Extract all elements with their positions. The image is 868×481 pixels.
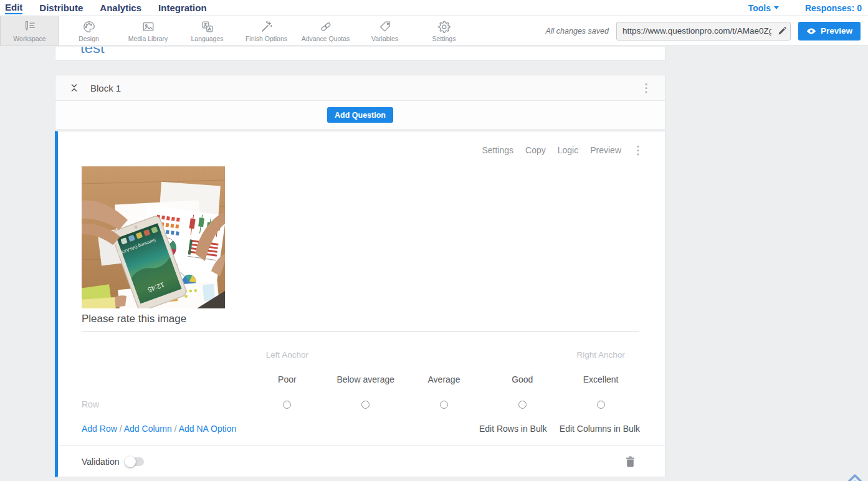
kebab-menu-icon[interactable] [637,145,639,156]
workspace-icon [23,20,37,34]
toolbar-tab-label: Design [79,35,99,42]
toolbar-tab-label: Settings [432,35,456,42]
collapse-icon[interactable] [69,83,79,93]
question-settings-link[interactable]: Settings [482,145,513,155]
rating-matrix: Poor Below average Average Good Excellen… [82,350,640,434]
toolbar-tab-languages[interactable]: Languages [178,16,237,45]
matrix-links-row: Add Row / Add Column / Add NA Option Edi… [82,424,640,434]
toolbar-tab-design[interactable]: Design [59,16,118,45]
nav-item-distribute[interactable]: Distribute [39,2,83,14]
rating-radio-below-average[interactable] [361,401,370,409]
row-label-input[interactable] [82,399,240,409]
right-anchor-input[interactable] [561,350,640,360]
media-library-icon [141,20,155,34]
top-nav: Edit Distribute Analytics Integration To… [0,0,868,16]
scroll-to-top-icon[interactable] [845,472,865,481]
finish-options-icon [260,20,274,34]
question-image[interactable]: 55% 50% [82,166,225,308]
question-copy-link[interactable]: Copy [525,145,546,155]
validation-label: Validation [82,457,119,467]
add-question-button[interactable]: Add Question [327,107,393,123]
kebab-menu-icon[interactable] [645,83,647,93]
toolbar-tab-label: Finish Options [246,35,287,42]
survey-editor-canvas: test Block 1 Add Question Settings Copy … [0,47,868,481]
survey-url-field [616,22,791,40]
toolbar-tab-workspace[interactable]: Workspace [0,16,59,45]
responses-count[interactable]: Responses: 0 [805,3,862,13]
column-header-excellent[interactable]: Excellent [561,374,640,384]
add-column-link[interactable]: Add Column [124,424,172,434]
advance-quotas-icon [319,20,333,34]
question-card: Settings Copy Logic Preview [55,131,665,477]
preview-button[interactable]: Preview [798,22,861,40]
left-anchor-input[interactable] [248,350,327,360]
question-text-input[interactable] [82,309,639,331]
add-na-option-link[interactable]: Add NA Option [179,424,237,434]
toolbar-tab-finish-options[interactable]: Finish Options [237,16,296,45]
toggle-knob [125,456,136,467]
survey-title[interactable]: test [80,47,105,57]
nav-item-edit[interactable]: Edit [5,2,22,14]
matrix-row [82,399,640,409]
add-row-link[interactable]: Add Row [82,424,117,434]
survey-toolbar: Workspace Design Media Library Languages… [0,16,868,46]
save-status: All changes saved [546,27,609,36]
toolbar-tab-label: Advance Quotas [302,35,350,42]
eye-icon [806,27,816,35]
link-separator: / [120,424,122,434]
toolbar-tab-media-library[interactable]: Media Library [118,16,178,45]
toolbar-tab-variables[interactable]: Variables [355,16,414,45]
column-header-row: Poor Below average Average Good Excellen… [82,374,640,384]
trash-icon[interactable] [626,456,635,467]
design-icon [82,20,96,34]
caret-down-icon [774,6,779,9]
column-header-below-average[interactable]: Below average [327,374,405,384]
nav-item-integration[interactable]: Integration [158,2,207,14]
edit-rows-in-bulk-link[interactable]: Edit Rows in Bulk [479,424,547,434]
question-preview-link[interactable]: Preview [590,145,621,155]
question-logic-link[interactable]: Logic [558,145,578,155]
column-header-average[interactable]: Average [405,374,484,384]
pencil-icon[interactable] [777,26,787,39]
column-header-good[interactable]: Good [483,374,561,384]
languages-icon [201,20,214,34]
toolbar-tab-label: Media Library [128,35,168,42]
block-title[interactable]: Block 1 [90,83,121,93]
column-header-poor[interactable]: Poor [248,374,327,384]
rating-radio-good[interactable] [518,401,527,409]
tools-dropdown[interactable]: Tools [748,3,779,13]
link-separator: / [174,424,177,434]
edit-columns-in-bulk-link[interactable]: Edit Columns in Bulk [560,424,640,434]
rating-radio-average[interactable] [440,401,448,409]
question-actions: Settings Copy Logic Preview [82,144,639,156]
settings-icon [437,20,451,34]
block-header: Block 1 [55,75,665,101]
survey-url-input[interactable] [616,22,791,40]
variables-icon [378,20,392,34]
anchor-row [82,350,640,360]
question-footer: Validation [58,445,665,477]
toolbar-tab-settings[interactable]: Settings [414,16,474,45]
toolbar-tab-label: Variables [371,35,398,42]
toolbar-tab-label: Languages [191,35,224,42]
block-card: Block 1 Add Question [55,75,665,129]
toolbar-tab-label: Workspace [13,35,45,42]
survey-title-card: test [55,47,665,60]
rating-radio-poor[interactable] [283,401,291,409]
toolbar-tab-advance-quotas[interactable]: Advance Quotas [296,16,355,45]
add-question-strip: Add Question [55,101,665,129]
validation-toggle[interactable] [125,457,144,466]
nav-item-analytics[interactable]: Analytics [100,2,141,14]
rating-radio-excellent[interactable] [597,401,605,409]
